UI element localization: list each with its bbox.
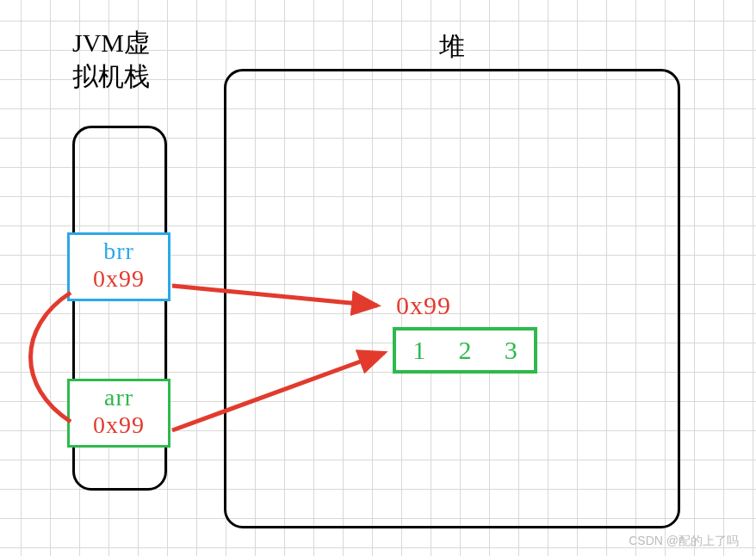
stack-title: JVM虚 拟机栈 (72, 26, 150, 93)
heap-region (224, 69, 680, 528)
heap-title: 堆 (439, 29, 465, 63)
array-element-0: 1 (412, 336, 425, 365)
watermark: CSDN @配的上了吗 (629, 534, 739, 549)
brr-address: 0x99 (70, 265, 168, 293)
array-element-2: 3 (505, 336, 517, 365)
variable-arr: arr 0x99 (67, 379, 170, 448)
brr-name: brr (70, 235, 168, 265)
array-element-1: 2 (458, 336, 471, 365)
arr-name: arr (70, 381, 168, 411)
arr-address: 0x99 (70, 411, 168, 439)
heap-array-object: 1 2 3 (393, 327, 537, 374)
variable-brr: brr 0x99 (67, 232, 170, 301)
heap-object-address: 0x99 (396, 291, 451, 320)
